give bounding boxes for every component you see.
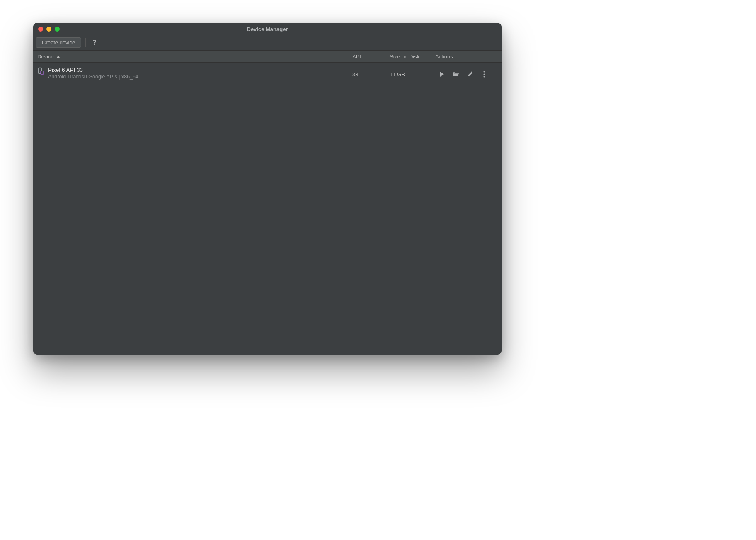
sort-ascending-icon (56, 55, 60, 58)
toolbar-separator (85, 38, 86, 47)
device-cell: Pixel 6 API 33 Android Tiramisu Google A… (33, 63, 348, 86)
svg-rect-1 (41, 71, 44, 74)
column-header-size-label: Size on Disk (390, 54, 419, 60)
api-value: 33 (352, 71, 358, 78)
column-header-api-label: API (352, 54, 361, 60)
device-manager-window: Device Manager Create device ? Device AP… (33, 23, 502, 355)
help-icon: ? (92, 39, 97, 46)
device-row[interactable]: Pixel 6 API 33 Android Tiramisu Google A… (33, 63, 502, 86)
play-icon[interactable] (439, 71, 445, 78)
svg-point-4 (483, 73, 485, 75)
device-text: Pixel 6 API 33 Android Tiramisu Google A… (48, 67, 138, 80)
svg-point-3 (483, 71, 485, 72)
phone-device-icon (37, 67, 45, 75)
zoom-window-button[interactable] (55, 27, 60, 32)
column-header-api[interactable]: API (348, 51, 385, 62)
device-subtitle: Android Tiramisu Google APIs | x86_64 (48, 74, 138, 80)
svg-point-5 (483, 76, 485, 77)
toolbar: Create device ? (33, 35, 502, 50)
edit-pencil-icon[interactable] (467, 71, 473, 78)
more-vertical-icon[interactable] (481, 71, 487, 78)
column-header-device[interactable]: Device (33, 51, 348, 62)
actions-cell (431, 63, 502, 86)
column-header-device-label: Device (37, 54, 54, 60)
minimize-window-button[interactable] (46, 27, 51, 32)
help-button[interactable]: ? (90, 38, 99, 47)
size-value: 11 GB (390, 71, 405, 78)
device-name: Pixel 6 API 33 (48, 67, 138, 73)
size-cell: 11 GB (385, 63, 431, 86)
column-header-size[interactable]: Size on Disk (385, 51, 431, 62)
column-header-actions: Actions (431, 51, 502, 62)
window-title: Device Manager (33, 26, 502, 32)
traffic-lights (38, 27, 60, 32)
column-header-actions-label: Actions (435, 54, 453, 60)
open-folder-icon[interactable] (453, 71, 459, 78)
table-header: Device API Size on Disk Actions (33, 50, 502, 63)
titlebar: Device Manager (33, 23, 502, 35)
create-device-button[interactable]: Create device (36, 37, 81, 48)
table-body: Pixel 6 API 33 Android Tiramisu Google A… (33, 63, 502, 355)
api-cell: 33 (348, 63, 385, 86)
close-window-button[interactable] (38, 27, 43, 32)
